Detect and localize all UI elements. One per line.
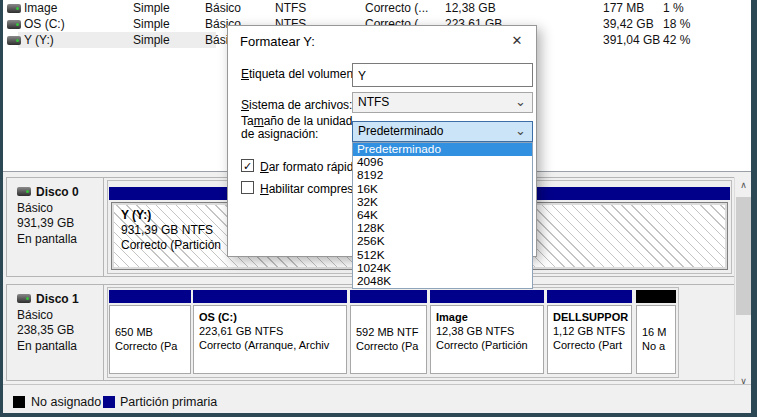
volume-layout: Básico bbox=[205, 1, 241, 15]
alloc-unit-value: Predeterminado bbox=[358, 124, 443, 138]
disk-icon bbox=[17, 187, 31, 196]
dropdown-option[interactable]: 32K bbox=[353, 196, 532, 209]
dropdown-option[interactable]: 2048K bbox=[353, 275, 532, 288]
partition-unallocated-16mb[interactable]: 16 M No a bbox=[636, 305, 676, 374]
volume-icon bbox=[7, 36, 21, 45]
disk0-info-panel[interactable]: Disco 0 Básico 931,39 GB En pantalla bbox=[7, 178, 104, 276]
volume-label-label: Etiqueta del volumen: bbox=[241, 67, 356, 81]
file-system-value: NTFS bbox=[358, 95, 389, 109]
partition-650mb[interactable]: 650 MB Correcto (Pa bbox=[109, 305, 191, 374]
scroll-up-icon: ∧ bbox=[740, 180, 747, 190]
file-system-label: Sistema de archivos: bbox=[241, 98, 352, 112]
window-content: Image Simple Básico NTFS Correcto (... 1… bbox=[3, 0, 751, 413]
partition-band bbox=[350, 290, 427, 303]
unallocated-band bbox=[636, 290, 676, 303]
alloc-unit-dropdown: Predeterminado 4096 8192 16K 32K 64K 128… bbox=[352, 142, 533, 289]
legend-primary-label: Partición primaria bbox=[120, 395, 217, 409]
chevron-down-icon: ⌄ bbox=[515, 122, 526, 139]
alloc-unit-label-line1: Tamaño de la unidad bbox=[241, 114, 352, 128]
volume-label-input[interactable] bbox=[352, 63, 533, 87]
disk-management-window: Image Simple Básico NTFS Correcto (... 1… bbox=[0, 0, 757, 417]
partition-size: 931,39 GB NTFS bbox=[121, 223, 221, 238]
disk1-info-panel[interactable]: Disco 1 Básico 238,35 GB En pantalla bbox=[7, 285, 104, 380]
unallocated-swatch bbox=[13, 396, 25, 408]
disk1-strip: 650 MB Correcto (Pa OS (C:) 223,61 GB NT… bbox=[107, 287, 679, 378]
legend-bar: No asignado Partición primaria bbox=[3, 384, 751, 413]
partition-band bbox=[109, 290, 191, 303]
chevron-down-icon: ⌄ bbox=[515, 93, 526, 110]
file-system-select[interactable]: NTFS ⌄ bbox=[352, 92, 533, 113]
partition-band bbox=[547, 290, 632, 303]
partition-band bbox=[430, 290, 544, 303]
dropdown-option[interactable]: 512K bbox=[353, 249, 532, 262]
dropdown-option[interactable]: 1024K bbox=[353, 262, 532, 275]
disk1-status: En pantalla bbox=[17, 339, 103, 355]
dialog-title: Formatear Y: bbox=[240, 34, 315, 49]
volume-name: OS (C:) bbox=[24, 17, 65, 31]
volume-icon bbox=[7, 20, 21, 29]
disk-row-1: Disco 1 Básico 238,35 GB En pantalla 650… bbox=[6, 284, 735, 381]
disk-icon bbox=[17, 294, 31, 303]
quick-format-checkbox[interactable]: ✓ bbox=[241, 159, 254, 172]
scrollbar-thumb[interactable] bbox=[736, 197, 751, 315]
disk0-status: En pantalla bbox=[17, 232, 103, 248]
dropdown-option[interactable]: 256K bbox=[353, 235, 532, 248]
scroll-up-button[interactable]: ∧ bbox=[735, 177, 751, 194]
volume-free: 391,04 GB bbox=[603, 33, 660, 47]
dropdown-option[interactable]: 64K bbox=[353, 209, 532, 222]
disk1-name: Disco 1 bbox=[17, 292, 103, 308]
partition-name: Y (Y:) bbox=[121, 208, 221, 223]
partition-image[interactable]: Image 12,38 GB NTFS Correcto (Partición bbox=[430, 305, 544, 374]
dropdown-option[interactable]: 128K bbox=[353, 222, 532, 235]
alloc-unit-select[interactable]: Predeterminado ⌄ bbox=[352, 121, 533, 142]
disk1-type: Básico bbox=[17, 308, 103, 324]
volume-type: Simple bbox=[133, 1, 170, 15]
volume-capacity: 12,38 GB bbox=[445, 1, 496, 15]
compression-checkbox[interactable] bbox=[241, 181, 254, 194]
volume-status: Correcto (... bbox=[365, 1, 428, 15]
vertical-scrollbar[interactable]: ∧ ∨ bbox=[734, 177, 751, 390]
table-row[interactable]: Image Simple Básico NTFS Correcto (... 1… bbox=[3, 1, 751, 17]
volume-name: Y (Y:) bbox=[24, 33, 54, 47]
partition-592mb[interactable]: 592 MB NTF Correcto (Pa bbox=[350, 305, 427, 374]
partition-dellsupport[interactable]: DELLSUPPOR 1,12 GB NTFS Correcto (Part bbox=[547, 305, 632, 374]
alloc-unit-label-line2: de asignación: bbox=[241, 127, 318, 141]
volume-free-pct: 18 % bbox=[663, 17, 690, 31]
volume-type: Simple bbox=[133, 17, 170, 31]
volume-fs: NTFS bbox=[275, 1, 306, 15]
disk1-size: 238,35 GB bbox=[17, 323, 103, 339]
format-dialog: Formatear Y: ✕ Etiqueta del volumen: Sis… bbox=[227, 25, 537, 257]
dropdown-option[interactable]: 4096 bbox=[353, 156, 532, 169]
volume-free-pct: 1 % bbox=[663, 1, 684, 15]
dropdown-option[interactable]: Predeterminado bbox=[353, 143, 532, 156]
legend-unallocated-label: No asignado bbox=[31, 395, 101, 409]
quick-format-label: Dar formato rápido bbox=[260, 160, 360, 174]
volume-free: 177 MB bbox=[603, 1, 644, 15]
volume-name: Image bbox=[24, 1, 57, 15]
volume-free-pct: 42 % bbox=[663, 33, 690, 47]
volume-type: Simple bbox=[133, 33, 170, 47]
disk0-type: Básico bbox=[17, 201, 103, 217]
check-icon: ✓ bbox=[243, 160, 252, 172]
close-icon[interactable]: ✕ bbox=[508, 32, 526, 50]
partition-status: Correcto (Partición bbox=[121, 238, 221, 253]
dropdown-option[interactable]: 16K bbox=[353, 183, 532, 196]
primary-partition-swatch bbox=[103, 396, 115, 408]
disk0-size: 931,39 GB bbox=[17, 216, 103, 232]
volume-free: 39,42 GB bbox=[603, 17, 654, 31]
volume-icon bbox=[7, 4, 21, 13]
partition-os-c[interactable]: OS (C:) 223,61 GB NTFS Correcto (Arranqu… bbox=[193, 305, 347, 374]
disk0-name: Disco 0 bbox=[17, 185, 103, 201]
dropdown-option[interactable]: 8192 bbox=[353, 169, 532, 182]
partition-band bbox=[193, 290, 347, 303]
